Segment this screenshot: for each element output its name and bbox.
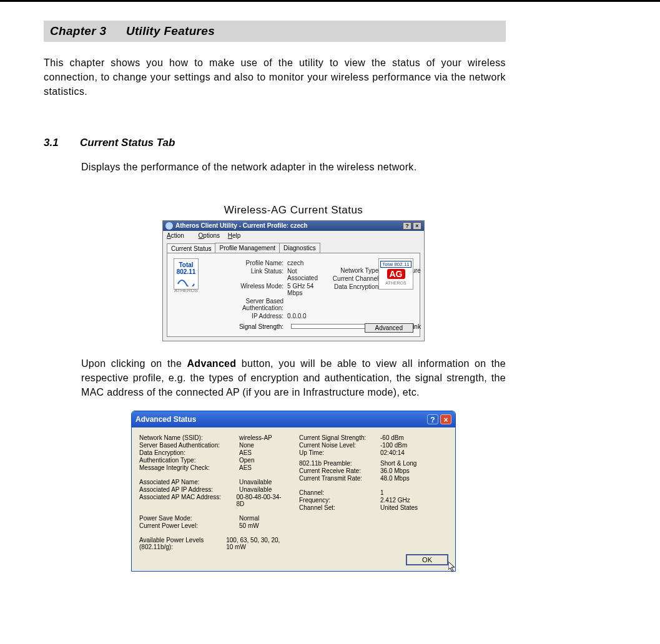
section-body: Displays the performance of the network … [81, 162, 506, 572]
para2-bold: Advanced [187, 358, 237, 369]
value-ip: 0.0.0.0 [287, 313, 318, 320]
advanced-paragraph: Upon clicking on the Advanced button, yo… [81, 356, 506, 400]
value-cpl: 50 mW [239, 522, 259, 529]
value-ap-name: Unavailable [239, 479, 272, 485]
value-profile-name: czech [287, 260, 318, 266]
label-crr: Current Receive Rate: [299, 467, 380, 474]
label-cpl: Current Power Level: [139, 522, 239, 529]
figure-caption: Wireless-AG Current Status [81, 204, 506, 217]
value-css: -60 dBm [380, 434, 404, 441]
label-current-channel: Current Channel: [322, 275, 384, 282]
ok-button[interactable]: OK [406, 555, 448, 565]
value-crr: 36.0 Mbps [380, 467, 410, 474]
label-adv-enc: Data Encryption: [139, 449, 239, 456]
wave-icon [177, 275, 195, 286]
value-link-status: Not Associated [287, 268, 318, 281]
label-ctr: Current Transmit Rate: [299, 475, 380, 482]
value-preamble: Short & Long [380, 460, 416, 467]
value-channel-set: United States [380, 504, 418, 511]
help-button[interactable]: ? [427, 414, 438, 424]
svg-marker-0 [448, 562, 455, 572]
value-cnl: -100 dBm [380, 442, 407, 449]
advanced-right-column: Current Signal Strength:-60 dBm Current … [299, 434, 448, 551]
logo-tag-left: Total 802.11 [174, 261, 198, 275]
label-sba: Server Based Authentication: [206, 298, 287, 311]
value-adv-sba: None [239, 442, 254, 449]
value-ssid: wireless-AP [239, 434, 272, 441]
value-frequency: 2.412 GHz [380, 497, 410, 504]
section-heading: 3.1 Current Status Tab [44, 137, 616, 149]
advanced-status-body: Network Name (SSID):wireless-AP Server B… [132, 427, 455, 555]
chapter-number: Chapter 3 [50, 24, 106, 37]
logo-brand-left: ATHEROS [174, 288, 198, 293]
tabstrip: Current Status Profile Management Diagno… [167, 243, 420, 253]
label-psm: Power Save Mode: [139, 515, 239, 522]
chapter-intro: This chapter shows you how to make use o… [44, 56, 506, 99]
value-mic: AES [239, 464, 252, 471]
tab-current-status[interactable]: Current Status [167, 243, 215, 253]
value-ap-ip: Unavailable [239, 486, 272, 493]
logo-ag-icon: AG [387, 269, 405, 279]
label-link-status: Link Status: [206, 268, 287, 281]
value-psm: Normal [239, 515, 259, 522]
current-status-panel: Total 802.11 AG ATHEROS Total 802.11 ATH… [167, 253, 420, 337]
label-apl: Available Power Levels (802.11b/g): [139, 537, 226, 550]
chapter-heading: Chapter 3 Utility Features [44, 21, 506, 42]
value-ctr: 48.0 Mbps [380, 475, 410, 482]
section-lead: Displays the performance of the network … [81, 162, 506, 173]
window-title: Atheros Client Utility - Current Profile… [175, 222, 308, 229]
label-ap-ip: Associated AP IP Address: [139, 486, 239, 493]
advanced-status-window: Advanced Status ? × Network Name (SSID):… [131, 411, 456, 572]
tab-profile-management[interactable]: Profile Management [215, 243, 280, 253]
label-network-type: Network Type: [322, 267, 384, 274]
label-data-encryption: Data Encryption: [322, 283, 384, 290]
value-channel: 1 [380, 489, 384, 496]
close-button[interactable]: × [440, 414, 451, 424]
tab-diagnostics[interactable]: Diagnostics [279, 243, 320, 253]
value-sba [287, 298, 318, 311]
close-button[interactable]: × [413, 222, 421, 230]
label-preamble: 802.11b Preamble: [299, 460, 380, 467]
logo-brand: ATHEROS [385, 281, 406, 285]
atheros-ag-logo: Total 802.11 AG ATHEROS [378, 258, 413, 290]
advanced-status-titlebar: Advanced Status ? × [132, 411, 455, 427]
label-wireless-mode: Wireless Mode: [206, 283, 287, 296]
label-ssid: Network Name (SSID): [139, 434, 239, 441]
label-ap-mac: Associated AP MAC Address: [139, 494, 236, 507]
menu-action[interactable]: Action [167, 232, 190, 239]
label-cnl: Current Noise Level: [299, 442, 380, 449]
client-utility-titlebar: Atheros Client Utility - Current Profile… [163, 221, 424, 231]
value-ap-mac: 00-80-48-00-34-8D [236, 494, 288, 507]
app-icon [165, 222, 173, 230]
value-uptime: 02:40:14 [380, 449, 405, 456]
section-number: 3.1 [44, 137, 80, 149]
label-frequency: Frequency: [299, 497, 380, 504]
page-body: Chapter 3 Utility Features This chapter … [0, 2, 660, 572]
value-apl: 100, 63, 50, 30, 20, 10 mW [226, 537, 288, 550]
atheros-logo: Total 802.11 ATHEROS [174, 258, 199, 290]
value-adv-enc: AES [239, 449, 252, 456]
label-ap-name: Associated AP Name: [139, 479, 239, 485]
chapter-title: Utility Features [126, 24, 215, 37]
advanced-status-title: Advanced Status [135, 415, 196, 424]
logo-tag: Total 802.11 [380, 261, 411, 268]
label-signal-strength: Signal Strength: [206, 323, 287, 330]
label-channel: Channel: [299, 489, 380, 496]
advanced-footer: OK [132, 555, 455, 571]
label-css: Current Signal Strength: [299, 434, 380, 441]
menubar: Action Options Help [163, 231, 424, 240]
help-button[interactable]: ? [403, 222, 411, 230]
label-uptime: Up Time: [299, 449, 380, 456]
para2-pre: Upon clicking on the [81, 358, 187, 369]
label-ip: IP Address: [206, 313, 287, 320]
label-auth-type: Authentication Type: [139, 457, 239, 464]
menu-options[interactable]: Options [199, 232, 220, 239]
label-channel-set: Channel Set: [299, 504, 380, 511]
label-adv-sba: Server Based Authentication: [139, 442, 239, 449]
value-wireless-mode: 5 GHz 54 Mbps [287, 283, 318, 296]
menu-help[interactable]: Help [228, 232, 241, 239]
advanced-left-column: Network Name (SSID):wireless-AP Server B… [139, 434, 288, 551]
cursor-icon [448, 562, 457, 573]
advanced-button[interactable]: Advanced [365, 323, 413, 333]
client-utility-window: Atheros Client Utility - Current Profile… [162, 220, 425, 341]
